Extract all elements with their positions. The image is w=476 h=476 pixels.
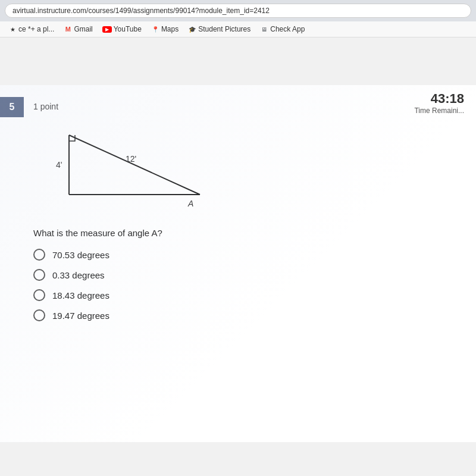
question-container: 5 1 point 4': [0, 85, 476, 321]
student-icon: 🎓: [188, 25, 196, 33]
bookmark-ce-label: ce *+ a pl...: [18, 25, 54, 33]
bookmark-maps-label: Maps: [161, 25, 178, 33]
bookmark-student-label: Student Pictures: [198, 25, 250, 33]
bookmarks-bar: ★ ce *+ a pl... M Gmail ▶ YouTube 📍 Maps…: [0, 21, 476, 37]
diagram-container: 4' 12' A: [33, 123, 476, 218]
gmail-icon: M: [64, 25, 72, 33]
page-content: 43:18 Time Remaini... 5 1 point: [0, 85, 476, 442]
address-bar-row: avirtual.instructure.com/courses/1499/as…: [0, 0, 476, 21]
answer-label-a: 70.53 degrees: [52, 250, 109, 260]
answer-options: 70.53 degrees 0.33 degrees 18.43 degrees…: [33, 249, 476, 321]
bookmark-gmail[interactable]: M Gmail: [60, 24, 96, 35]
bookmark-gmail-label: Gmail: [74, 25, 92, 33]
timer-label: Time Remaini...: [414, 107, 464, 115]
bookmark-maps[interactable]: 📍 Maps: [148, 24, 182, 35]
side-hypotenuse-label: 12': [126, 154, 136, 164]
bookmark-student[interactable]: 🎓 Student Pictures: [184, 24, 254, 35]
answer-option-d[interactable]: 19.47 degrees: [33, 309, 476, 321]
bookmark-check-label: Check App: [270, 25, 305, 33]
answer-label-b: 0.33 degrees: [52, 270, 105, 280]
answer-option-a[interactable]: 70.53 degrees: [33, 249, 476, 261]
question-points: 1 point: [33, 97, 58, 111]
answer-label-d: 19.47 degrees: [52, 311, 109, 321]
radio-d[interactable]: [33, 309, 45, 321]
answer-option-c[interactable]: 18.43 degrees: [33, 289, 476, 301]
radio-c[interactable]: [33, 289, 45, 301]
address-bar[interactable]: avirtual.instructure.com/courses/1499/as…: [5, 4, 471, 18]
angle-label: A: [187, 199, 193, 208]
question-header: 5 1 point: [0, 97, 476, 117]
browser-chrome: avirtual.instructure.com/courses/1499/as…: [0, 0, 476, 37]
triangle-diagram: 4' 12' A: [33, 123, 224, 218]
side-vertical-label: 4': [56, 160, 62, 170]
check-app-icon: 🖥: [260, 25, 268, 33]
timer-value: 43:18: [414, 91, 464, 107]
radio-a[interactable]: [33, 249, 45, 261]
question-number: 5: [0, 97, 24, 117]
youtube-icon: ▶: [102, 26, 112, 33]
bookmark-ce[interactable]: ★ ce *+ a pl...: [5, 24, 58, 35]
radio-b[interactable]: [33, 269, 45, 281]
timer-area: 43:18 Time Remaini...: [414, 91, 464, 115]
bookmark-youtube-label: YouTube: [114, 25, 142, 33]
answer-option-b[interactable]: 0.33 degrees: [33, 269, 476, 281]
question-text: What is the measure of angle A?: [33, 228, 476, 238]
bookmark-youtube[interactable]: ▶ YouTube: [99, 24, 145, 35]
bookmark-check-app[interactable]: 🖥 Check App: [256, 24, 308, 35]
answer-label-c: 18.43 degrees: [52, 290, 109, 300]
svg-line-2: [69, 135, 200, 195]
maps-icon: 📍: [151, 25, 159, 33]
star-icon: ★: [8, 25, 17, 33]
